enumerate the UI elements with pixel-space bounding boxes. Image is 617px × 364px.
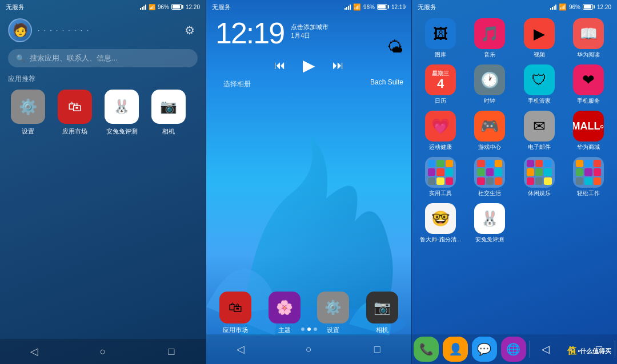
- huawei-read-icon: 📖: [573, 18, 604, 49]
- right-nav-back[interactable]: ◁: [534, 338, 557, 361]
- clock-city[interactable]: 点击添加城市: [291, 23, 328, 31]
- mid-theme-label: 主题: [278, 326, 291, 334]
- app-calendar[interactable]: 星期三 4 日历: [418, 64, 463, 105]
- music-label: 音乐: [484, 51, 495, 59]
- right-wifi-icon: 📶: [559, 3, 567, 11]
- dock-browser[interactable]: 🌐: [501, 337, 526, 362]
- app-huawei-read[interactable]: 📖 华为阅读: [566, 18, 611, 59]
- app-game-center[interactable]: 🎮 游戏中心: [467, 111, 512, 151]
- app-video[interactable]: ▶ 视频: [516, 18, 562, 59]
- battery-icon: [171, 4, 183, 10]
- app-work-folder[interactable]: 轻松工作: [566, 157, 611, 197]
- app-social-folder[interactable]: 社交生活: [467, 157, 512, 197]
- left-status-bar: 无服务 📶 96% 12:20: [0, 0, 206, 14]
- avatar-image: 🧑: [13, 23, 28, 38]
- vmall-icon: VMALLcom: [573, 111, 604, 141]
- music-song-name: Bach Suite: [370, 78, 403, 90]
- left-nav-bar: ◁ ○ □: [0, 339, 206, 364]
- watermark: 值 •什么值得买: [567, 345, 611, 357]
- mid-camera-label: 相机: [376, 326, 388, 334]
- music-prev-button[interactable]: ⏮: [274, 59, 286, 72]
- dock-phone[interactable]: 📞: [414, 337, 439, 362]
- game-center-icon: 🎮: [474, 111, 505, 141]
- middle-status-right: 📶 96% 12:19: [344, 3, 406, 11]
- app-antutu-icon: 🐰: [105, 90, 139, 124]
- app-tools-folder[interactable]: 实用工具: [418, 157, 463, 197]
- mid-nav-recent[interactable]: □: [366, 338, 388, 361]
- mid-time: 12:19: [391, 4, 406, 10]
- app-clock[interactable]: 🕐 时钟: [467, 64, 512, 105]
- mid-app-settings[interactable]: ⚙️ 设置: [317, 292, 349, 334]
- ludashi-label: 鲁大师-跑分清...: [420, 236, 461, 244]
- app-antutu2[interactable]: 🐰 安兔兔评测: [467, 203, 512, 244]
- search-icon: 🔍: [16, 54, 25, 63]
- app-entertainment-folder[interactable]: 休闲娱乐: [516, 157, 562, 197]
- username: · · · · · · · · ·: [38, 26, 182, 34]
- mid-camera-icon: 📷: [366, 292, 398, 323]
- gallery-icon: 🖼: [425, 18, 456, 49]
- left-status-icons: 📶 96% 12:20: [140, 4, 200, 10]
- left-time: 12:20: [186, 4, 200, 10]
- health-icon: 💗: [425, 111, 456, 141]
- app-music[interactable]: 🎵 音乐: [467, 18, 512, 59]
- video-icon: ▶: [524, 18, 555, 49]
- mid-nav-home[interactable]: ○: [297, 338, 320, 361]
- dock-sms[interactable]: 💬: [472, 337, 497, 362]
- album-select[interactable]: 选择相册: [214, 78, 260, 90]
- app-phone-mgr[interactable]: 🛡 手机管家: [516, 64, 562, 105]
- app-ludashi[interactable]: 🤓 鲁大师-跑分清...: [418, 203, 463, 244]
- mid-signal-icon: [344, 4, 351, 10]
- mid-appmarket-label: 应用市场: [223, 326, 248, 334]
- app-email[interactable]: ✉ 电子邮件: [516, 111, 562, 151]
- right-apps-row5: 🤓 鲁大师-跑分清... 🐰 安兔兔评测: [412, 202, 617, 248]
- email-icon: ✉: [524, 111, 555, 141]
- right-apps-row2: 星期三 4 日历 🕐 时钟 🛡 手机管家 ❤ 手机服务: [412, 63, 617, 110]
- app-appmarket[interactable]: 🛍 应用市场: [55, 90, 95, 136]
- nav-back[interactable]: ◁: [23, 340, 46, 363]
- mid-settings-label: 设置: [327, 326, 339, 334]
- app-camera[interactable]: 📷 相机: [149, 90, 189, 136]
- vmall-label: 华为商城: [577, 143, 600, 151]
- middle-bottom-apps: 🛍 应用市场 🌸 主题 ⚙️ 设置 📷 相机: [206, 292, 411, 334]
- app-camera-label: 相机: [162, 127, 175, 136]
- app-phone-svc[interactable]: ❤ 手机服务: [566, 64, 611, 105]
- right-apps-row3: 💗 运动健康 🎮 游戏中心 ✉ 电子邮件 VMALLcom 华为商城: [412, 110, 617, 156]
- mid-app-appmarket[interactable]: 🛍 应用市场: [219, 292, 251, 334]
- calendar-label: 日历: [435, 97, 446, 105]
- calendar-icon: 星期三 4: [425, 64, 456, 95]
- music-next-button[interactable]: ⏭: [332, 59, 344, 72]
- app-health[interactable]: 💗 运动健康: [418, 111, 463, 151]
- app-appmarket-label: 应用市场: [62, 127, 87, 136]
- section-label: 应用推荐: [0, 74, 206, 90]
- settings-icon[interactable]: ⚙: [182, 22, 198, 38]
- dock-contacts[interactable]: 👤: [443, 337, 468, 362]
- work-folder-icon: [573, 157, 604, 188]
- right-dock: 📞 👤 💬 🌐 ◁ ○ □ 值 •什么值得买: [412, 334, 617, 364]
- mid-app-camera[interactable]: 📷 相机: [366, 292, 398, 334]
- entertainment-folder-label: 休闲娱乐: [528, 189, 551, 197]
- search-bar[interactable]: 🔍 搜索应用、联系人、信息...: [8, 49, 198, 67]
- clock-label: 时钟: [484, 97, 495, 105]
- avatar[interactable]: 🧑: [8, 18, 32, 42]
- clock-date: 1月4日: [291, 31, 328, 40]
- middle-panel: 无服务 📶 96% 12:19 12:19 点击添加城市 1月4日 🌤 ⏮: [206, 0, 412, 364]
- mid-wifi-icon: 📶: [353, 3, 361, 11]
- mid-nav-back[interactable]: ◁: [229, 338, 252, 361]
- nav-recent[interactable]: □: [160, 340, 183, 363]
- app-vmall[interactable]: VMALLcom 华为商城: [566, 111, 611, 151]
- music-play-button[interactable]: ▶: [303, 56, 315, 75]
- clock-widget: 12:19 点击添加城市 1月4日 🌤: [206, 14, 411, 52]
- nav-home[interactable]: ○: [91, 340, 114, 363]
- phone-mgr-label: 手机管家: [528, 97, 551, 105]
- phone-svc-label: 手机服务: [577, 97, 600, 105]
- app-antutu[interactable]: 🐰 安兔兔评测: [102, 90, 142, 136]
- mid-appmarket-icon: 🛍: [219, 292, 251, 323]
- app-gallery[interactable]: 🖼 图库: [418, 18, 463, 59]
- music-icon: 🎵: [474, 18, 505, 49]
- mid-app-theme[interactable]: 🌸 主题: [269, 292, 301, 334]
- phone-mgr-icon: 🛡: [524, 64, 555, 95]
- right-app-grid: 🖼 图库 🎵 音乐 ▶ 视频 📖 华为阅读 星期三 4: [412, 14, 617, 248]
- ludashi-icon: 🤓: [425, 203, 456, 234]
- app-settings[interactable]: ⚙️ 设置: [8, 90, 48, 136]
- phone-svc-icon: ❤: [573, 64, 604, 95]
